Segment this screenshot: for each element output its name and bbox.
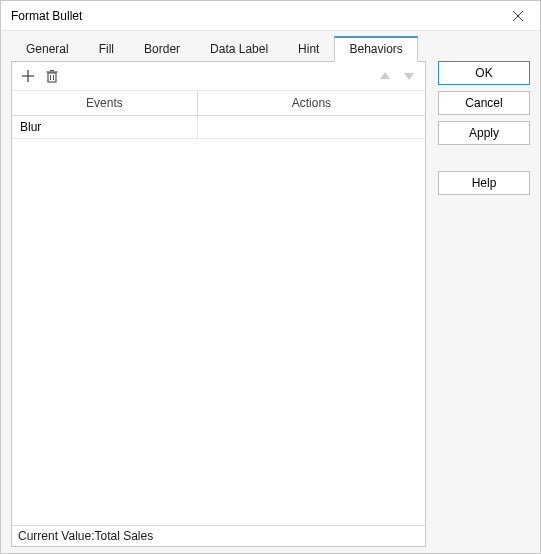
apply-button[interactable]: Apply [438, 121, 530, 145]
tab-data-label[interactable]: Data Label [195, 37, 283, 61]
behaviors-grid: Events Actions Blur [12, 91, 425, 525]
cell-event[interactable]: Blur [12, 116, 198, 138]
tab-fill[interactable]: Fill [84, 37, 129, 61]
tab-behaviors[interactable]: Behaviors [334, 36, 417, 62]
status-label: Current Value: [18, 529, 94, 543]
move-up-button[interactable] [375, 66, 395, 86]
svg-rect-4 [48, 73, 56, 82]
dialog-window: Format Bullet General Fill Border Data L… [0, 0, 541, 554]
close-icon [513, 11, 523, 21]
svg-marker-9 [380, 72, 390, 79]
table-row[interactable]: Blur [12, 116, 425, 139]
trash-icon [45, 69, 59, 83]
add-button[interactable] [18, 66, 38, 86]
arrow-down-icon [402, 69, 416, 83]
ok-button[interactable]: OK [438, 61, 530, 85]
toolbar [12, 62, 425, 91]
status-bar: Current Value:Total Sales [12, 525, 425, 546]
title-bar: Format Bullet [1, 1, 540, 31]
move-down-button[interactable] [399, 66, 419, 86]
grid-body[interactable]: Blur [12, 116, 425, 525]
arrow-up-icon [378, 69, 392, 83]
close-button[interactable] [496, 1, 540, 31]
delete-button[interactable] [42, 66, 62, 86]
svg-marker-10 [404, 73, 414, 80]
cell-action[interactable] [198, 116, 425, 138]
plus-icon [21, 69, 35, 83]
tab-general[interactable]: General [11, 37, 84, 61]
column-header-actions[interactable]: Actions [198, 91, 425, 115]
help-button[interactable]: Help [438, 171, 530, 195]
tab-hint[interactable]: Hint [283, 37, 334, 61]
column-header-events[interactable]: Events [12, 91, 198, 115]
window-title: Format Bullet [11, 9, 496, 23]
behaviors-panel: Events Actions Blur Current Value:Total … [11, 61, 426, 547]
tab-border[interactable]: Border [129, 37, 195, 61]
button-column: OK Cancel Apply Help [438, 61, 530, 547]
tab-strip: General Fill Border Data Label Hint Beha… [1, 31, 540, 61]
status-value: Total Sales [94, 529, 153, 543]
cancel-button[interactable]: Cancel [438, 91, 530, 115]
grid-header: Events Actions [12, 91, 425, 116]
content-area: Events Actions Blur Current Value:Total … [1, 61, 540, 553]
